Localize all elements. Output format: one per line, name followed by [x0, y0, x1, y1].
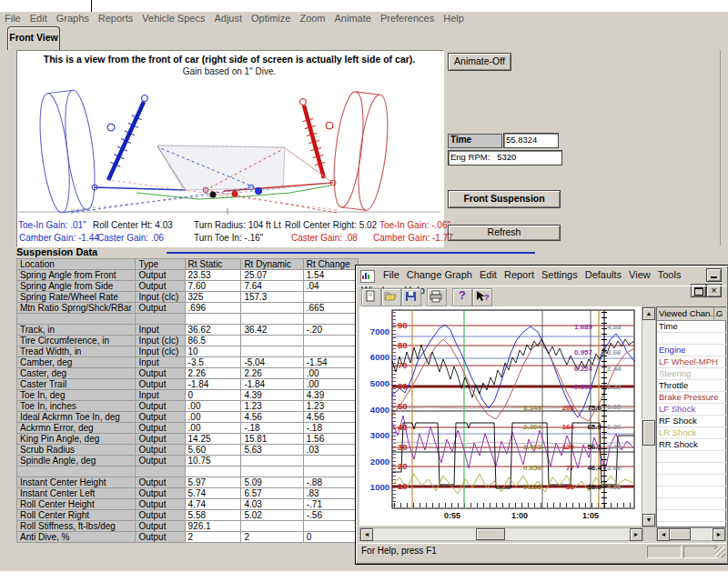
channel-item-time[interactable]: Time: [657, 320, 726, 333]
table-cell: [303, 456, 358, 467]
table-row[interactable]: Roll Center RightOutput5.585.02-.56: [17, 510, 359, 521]
scroll-left-arrow[interactable]: ◄: [360, 528, 373, 541]
channel-item-lf-shock[interactable]: LF Shock: [657, 403, 726, 416]
horizontal-scrollbar[interactable]: ◄ ►: [359, 527, 643, 541]
table-cell: 1.56: [303, 434, 358, 445]
menu-item-graphs[interactable]: Graphs: [56, 13, 89, 24]
table-row[interactable]: Caster TrailOutput-1.84-1.84.00: [17, 379, 359, 390]
resize-grip[interactable]: [714, 547, 725, 557]
table-row[interactable]: Toe In, inchesOutput.001.231.23: [17, 401, 359, 412]
table-cell: 5.09: [241, 477, 303, 488]
table-cell: [136, 314, 185, 325]
menu-item-edit[interactable]: Edit: [30, 13, 47, 24]
menu-item-animate[interactable]: Animate: [335, 13, 371, 24]
front-suspension-button[interactable]: Front Suspension: [448, 190, 561, 208]
table-row[interactable]: Camber, degInput-3.5-5.04-1.54: [17, 357, 359, 368]
scroll-down-arrow[interactable]: ▼: [642, 514, 655, 527]
table-row[interactable]: Tread Width, inInput (clc)10: [17, 346, 359, 357]
axis-label: 90: [398, 320, 408, 330]
graph-plot-area[interactable]: 7000600050004000300020001000 90807060504…: [359, 306, 642, 526]
graph-menu-item-defaults[interactable]: Defaults: [585, 269, 622, 280]
chanscroll-thumb[interactable]: [669, 528, 691, 540]
save-icon[interactable]: [401, 288, 421, 306]
menu-item-optimize[interactable]: Optimize: [251, 13, 290, 24]
time-value[interactable]: 55.8324: [503, 133, 559, 148]
table-row[interactable]: Instant Center LeftOutput5.746.57.83: [17, 488, 359, 499]
channel-item-lr-shock[interactable]: LR Shock: [657, 426, 726, 439]
table-row[interactable]: Scrub RadiusOutput5.605.63.03: [17, 445, 359, 456]
channel-item-lf-wheel-mph[interactable]: LF Wheel-MPH: [657, 356, 726, 368]
table-row[interactable]: Caster, degOutput2.262.26.00: [17, 368, 359, 379]
table-row[interactable]: Instant Center HeightOutput5.975.09-.88: [17, 477, 359, 488]
table-row[interactable]: Roll Stiffness, ft-lbs/degOutput926.1: [17, 521, 359, 532]
table-row[interactable]: Toe In, degInput04.394.39: [17, 390, 359, 401]
graph-sysicon[interactable]: [360, 270, 375, 283]
graph-menu-item-view[interactable]: View: [629, 269, 651, 280]
minimize-button[interactable]: [706, 268, 722, 282]
table-row[interactable]: Tire Circumference, inInput (clc)86.5: [17, 336, 359, 346]
menu-item-file[interactable]: File: [5, 13, 21, 24]
table-cell: 6.57: [241, 488, 303, 499]
menu-item-preferences[interactable]: Preferences: [380, 13, 434, 24]
table-row[interactable]: Spring Rate/Wheel RateInput (clc)325157.…: [17, 292, 359, 303]
table-row[interactable]: [17, 314, 359, 325]
scroll-up-arrow[interactable]: ▲: [642, 307, 655, 320]
vscroll-thumb[interactable]: [642, 420, 655, 446]
table-cell: 1.23: [241, 401, 303, 412]
table-row[interactable]: Track, inInput36.6236.42-.20: [17, 325, 359, 336]
refresh-button[interactable]: Refresh: [448, 225, 561, 241]
table-cell: 2.26: [241, 368, 303, 379]
menu-item-vehicle-specs[interactable]: Vehicle Specs: [142, 13, 205, 24]
new-file-icon[interactable]: [361, 288, 381, 306]
menu-item-help[interactable]: Help: [443, 13, 464, 24]
table-cell: Output: [136, 434, 185, 445]
hscroll-thumb[interactable]: [476, 528, 505, 540]
table-row[interactable]: Spindle Angle, degOutput10.75: [17, 456, 359, 467]
table-row[interactable]: Mtn Ratio Sprng/Shck/RBarOutput.696.665: [17, 303, 359, 314]
channel-scrollbar[interactable]: ◄ ►: [656, 527, 726, 541]
print-icon[interactable]: [427, 288, 447, 306]
animate-off-button[interactable]: Animate-Off: [448, 53, 511, 71]
table-row[interactable]: Spring Angle from SideOutput7.607.64.04: [17, 281, 359, 292]
menu-item-zoom[interactable]: Zoom: [299, 13, 325, 24]
graph-menu-item-tools[interactable]: Tools: [658, 269, 682, 280]
channel-item-steering[interactable]: Steering: [657, 367, 726, 380]
graph-menu-item-change-graph[interactable]: Change Graph: [407, 269, 472, 280]
channel-item-empty[interactable]: [657, 332, 726, 345]
table-row[interactable]: [17, 467, 359, 477]
graph-menu-item-report[interactable]: Report: [504, 269, 534, 280]
open-folder-icon[interactable]: [381, 288, 401, 306]
table-row[interactable]: Ackrmn Error, degOutput.00-.18-.18: [17, 423, 359, 434]
table-row[interactable]: King Pin Angle, degOutput14.2515.811.56: [17, 434, 359, 445]
axis-label: 75.6: [587, 404, 602, 412]
channel-item-empty: [657, 474, 726, 487]
context-help-icon[interactable]: ?: [472, 288, 492, 306]
help-icon[interactable]: ?: [452, 288, 472, 306]
table-cell: 926.1: [185, 521, 241, 532]
chan-scroll-left[interactable]: ◄: [657, 528, 670, 541]
table-row[interactable]: Roll Center HeightOutput4.744.03-.71: [17, 499, 359, 510]
suspension-diagram: [16, 80, 442, 216]
channel-item-brake-pressure[interactable]: Brake Pressure: [657, 391, 726, 404]
graph-menu-item-edit[interactable]: Edit: [480, 269, 497, 280]
x-axis-labels: 0:551:001:05: [444, 511, 599, 520]
table-cell: [303, 314, 358, 325]
table-cell: 7.64: [241, 281, 303, 292]
table-row[interactable]: Spring Angle from FrontOutput23.5325.071…: [17, 270, 359, 281]
menu-item-reports[interactable]: Reports: [98, 13, 134, 24]
tab-front-view[interactable]: Front View: [7, 26, 60, 50]
scroll-right-arrow[interactable]: ►: [630, 528, 642, 541]
table-row[interactable]: Ideal Ackrmn Toe In, degOutput.004.564.5…: [17, 412, 359, 423]
channel-item-throttle[interactable]: Throttle: [657, 379, 726, 392]
channel-item-engine[interactable]: Engine: [657, 344, 726, 356]
table-cell: Mtn Ratio Sprng/Shck/RBar: [17, 303, 136, 314]
menu-item-adjust[interactable]: Adjust: [214, 13, 242, 24]
chan-scroll-right[interactable]: ►: [713, 528, 725, 541]
gain-label: Toe-In Gain: .01": [18, 220, 86, 230]
vertical-scrollbar[interactable]: ▲ ▼: [642, 306, 656, 527]
graph-menu-item-file[interactable]: File: [383, 269, 399, 280]
graph-menu-item-settings[interactable]: Settings: [541, 269, 578, 280]
table-row[interactable]: Anti Dive, %Output220: [17, 532, 359, 543]
channel-item-rf-shock[interactable]: RF Shock: [657, 415, 726, 427]
channel-item-rr-shock[interactable]: RR Shock: [657, 438, 726, 451]
